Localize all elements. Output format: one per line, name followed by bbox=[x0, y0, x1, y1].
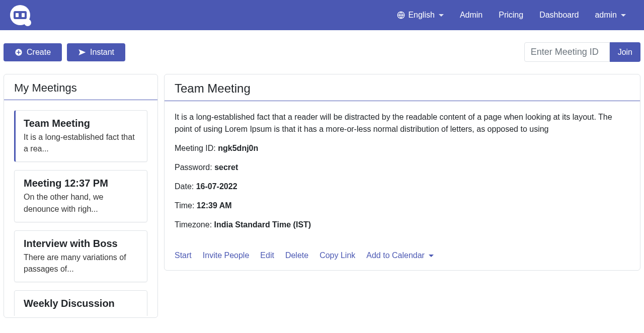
meeting-detail-body: It is a long-established fact that a rea… bbox=[165, 101, 640, 248]
meeting-item[interactable]: Interview with Boss There are many varia… bbox=[14, 230, 147, 282]
meeting-detail-panel: Team Meeting It is a long-established fa… bbox=[164, 74, 640, 271]
chevron-down-icon bbox=[429, 255, 434, 257]
join-meeting-group: Join bbox=[524, 42, 640, 62]
brand-logo[interactable] bbox=[10, 5, 30, 25]
meeting-item[interactable]: Team Meeting It is a long-established fa… bbox=[14, 110, 147, 162]
meeting-list: Team Meeting It is a long-established fa… bbox=[4, 100, 157, 316]
logo-icon bbox=[10, 5, 30, 25]
meeting-item-title: Team Meeting bbox=[24, 118, 138, 129]
meeting-item-title: Meeting 12:37 PM bbox=[24, 178, 138, 189]
start-link[interactable]: Start bbox=[175, 251, 192, 260]
language-label: English bbox=[408, 11, 434, 20]
meeting-item-excerpt: There are many variations of passages of… bbox=[24, 252, 138, 275]
nav-pricing[interactable]: Pricing bbox=[491, 7, 531, 24]
chevron-down-icon bbox=[621, 14, 626, 17]
meeting-time-row: Time: 12:39 AM bbox=[175, 200, 630, 212]
chevron-down-icon bbox=[439, 14, 444, 17]
meeting-item-excerpt: On the other hand, we denounce with righ… bbox=[24, 191, 138, 214]
toolbar: Create Instant Join bbox=[0, 30, 644, 74]
meeting-detail-title: Team Meeting bbox=[165, 74, 640, 101]
meeting-item[interactable]: Meeting 12:37 PM On the other hand, we d… bbox=[14, 170, 147, 222]
main-content: My Meetings Team Meeting It is a long-es… bbox=[0, 74, 644, 328]
create-button[interactable]: Create bbox=[4, 43, 62, 61]
meeting-item-title: Interview with Boss bbox=[24, 238, 138, 249]
my-meetings-title: My Meetings bbox=[4, 74, 157, 100]
meeting-password-row: Password: secret bbox=[175, 161, 630, 174]
delete-link[interactable]: Delete bbox=[285, 251, 308, 260]
user-dropdown[interactable]: admin bbox=[587, 7, 634, 24]
meeting-item[interactable]: Weekly Discussion bbox=[14, 290, 147, 316]
globe-icon bbox=[397, 11, 405, 19]
meeting-description: It is a long-established fact that a rea… bbox=[175, 111, 630, 135]
instant-button[interactable]: Instant bbox=[67, 43, 125, 61]
my-meetings-panel: My Meetings Team Meeting It is a long-es… bbox=[4, 74, 158, 318]
meeting-item-excerpt: It is a long-established fact that a rea… bbox=[24, 131, 138, 154]
meeting-item-title: Weekly Discussion bbox=[24, 298, 138, 309]
copy-link-link[interactable]: Copy Link bbox=[319, 251, 355, 260]
nav-dashboard[interactable]: Dashboard bbox=[531, 7, 587, 24]
meeting-date-row: Date: 16-07-2022 bbox=[175, 181, 630, 193]
language-dropdown[interactable]: English bbox=[389, 7, 451, 24]
edit-link[interactable]: Edit bbox=[260, 251, 274, 260]
invite-people-link[interactable]: Invite People bbox=[203, 251, 250, 260]
user-label: admin bbox=[595, 11, 617, 20]
add-to-calendar-dropdown[interactable]: Add to Calendar bbox=[366, 251, 434, 260]
navbar: English Admin Pricing Dashboard admin bbox=[0, 0, 644, 30]
meeting-actions: Start Invite People Edit Delete Copy Lin… bbox=[165, 248, 640, 270]
nav-admin[interactable]: Admin bbox=[452, 7, 491, 24]
paper-plane-icon bbox=[78, 48, 86, 56]
plus-circle-icon bbox=[15, 48, 23, 56]
meeting-id-input[interactable] bbox=[524, 42, 610, 62]
meeting-id-row: Meeting ID: ngk5dnj0n bbox=[175, 142, 630, 154]
join-button[interactable]: Join bbox=[610, 42, 640, 62]
meeting-timezone-row: Timezone: India Standard Time (IST) bbox=[175, 219, 630, 231]
